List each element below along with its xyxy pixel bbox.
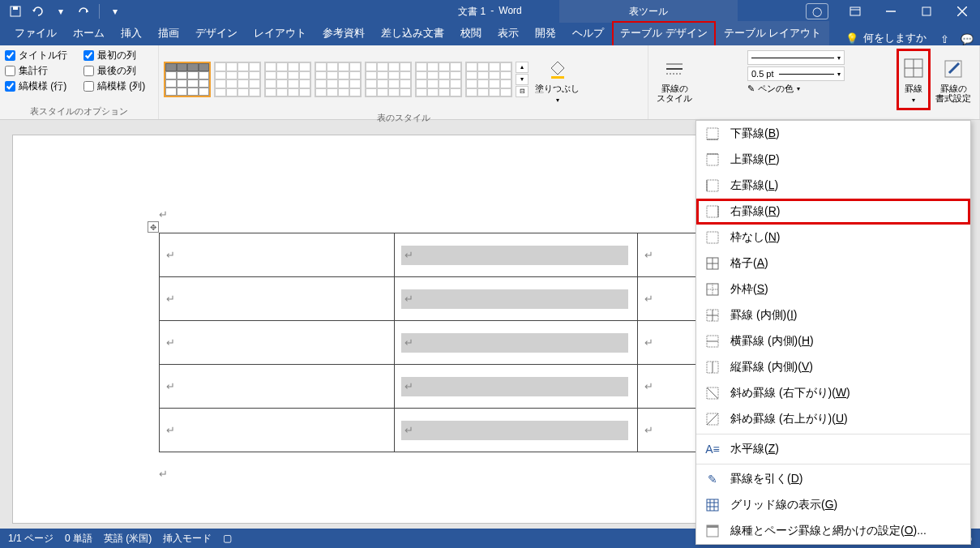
border-left-icon bbox=[704, 178, 721, 194]
group-borders: 罫線の スタイル ▾ 0.5 pt▾ ✎ペンの色▾ 罫線▾ 罫線の 書式設定 bbox=[648, 45, 980, 119]
pen-style-select[interactable]: ▾ bbox=[747, 50, 845, 65]
chk-total-row[interactable]: 集計行 bbox=[5, 64, 75, 78]
contextual-tab-label: 表ツール bbox=[559, 0, 738, 23]
undo-button[interactable] bbox=[28, 2, 49, 21]
close-button[interactable] bbox=[944, 0, 980, 23]
style-thumb-7[interactable] bbox=[465, 62, 512, 97]
insert-mode[interactable]: 挿入モード bbox=[163, 532, 212, 546]
language[interactable]: 英語 (米国) bbox=[104, 532, 152, 546]
menu-horizontal-line[interactable]: A≡水平線(Z) bbox=[696, 436, 970, 462]
svg-rect-22 bbox=[707, 206, 718, 217]
pen-color-button[interactable]: ✎ペンの色▾ bbox=[747, 83, 845, 95]
svg-rect-48 bbox=[707, 525, 718, 528]
table-move-handle[interactable]: ✥ bbox=[148, 221, 159, 233]
borders-dropdown-menu: 下罫線(B) 上罫線(P) 左罫線(L) 右罫線(R) 枠なし(N) 格子(A)… bbox=[695, 120, 971, 545]
menu-border-left[interactable]: 左罫線(L) bbox=[696, 173, 970, 199]
style-thumb-2[interactable] bbox=[214, 62, 261, 97]
tab-developer[interactable]: 開発 bbox=[527, 21, 564, 45]
border-none-icon bbox=[704, 229, 721, 246]
page-count[interactable]: 1/1 ページ bbox=[8, 532, 53, 546]
table-row: ↵↵↵ bbox=[160, 321, 735, 365]
tab-view[interactable]: 表示 bbox=[490, 21, 527, 45]
menu-border-inside-h[interactable]: 横罫線 (内側)(H) bbox=[696, 328, 970, 354]
menu-draw-table[interactable]: ✎罫線を引く(D) bbox=[696, 466, 970, 492]
document-table[interactable]: ↵↵↵ ↵↵↵ ↵↵↵ ↵↵↵ ↵↵↵ bbox=[159, 233, 735, 452]
table-row: ↵↵↵ bbox=[160, 409, 735, 452]
chk-last-column[interactable]: 最後の列 bbox=[83, 64, 153, 78]
menu-border-bottom[interactable]: 下罫線(B) bbox=[696, 121, 970, 147]
style-thumb-5[interactable] bbox=[365, 62, 412, 97]
pen-weight-select[interactable]: 0.5 pt▾ bbox=[747, 66, 845, 81]
gallery-more[interactable]: ▴▾⊟ bbox=[516, 62, 529, 97]
menu-border-all[interactable]: 格子(A) bbox=[696, 250, 970, 276]
svg-rect-16 bbox=[707, 128, 718, 139]
save-button[interactable] bbox=[5, 2, 26, 21]
border-painter-button[interactable]: 罫線の 書式設定 bbox=[932, 49, 974, 110]
svg-line-39 bbox=[707, 387, 718, 399]
style-thumb-6[interactable] bbox=[415, 62, 462, 97]
group-label: 表スタイルのオプション bbox=[5, 104, 153, 118]
menu-border-right[interactable]: 右罫線(R) bbox=[696, 199, 970, 225]
menu-border-diag-up[interactable]: 斜め罫線 (右上がり)(U) bbox=[696, 406, 970, 432]
paragraph-mark: ↵ bbox=[159, 468, 168, 480]
tab-review[interactable]: 校閲 bbox=[452, 21, 490, 45]
group-table-styles: ▴▾⊟ 塗りつぶし▾ 表のスタイル bbox=[159, 45, 648, 119]
tab-references[interactable]: 参考資料 bbox=[315, 21, 373, 45]
ribbon-tabs: ファイル ホーム 挿入 描画 デザイン レイアウト 参考資料 差し込み文書 校閲… bbox=[0, 23, 980, 45]
menu-border-none[interactable]: 枠なし(N) bbox=[696, 225, 970, 250]
border-painter-icon bbox=[940, 56, 966, 82]
table-styles-gallery[interactable]: ▴▾⊟ 塗りつぶし▾ bbox=[164, 49, 643, 110]
menu-borders-dialog[interactable]: 線種とページ罫線と網かけの設定(O)... bbox=[696, 518, 970, 544]
chk-first-column[interactable]: 最初の列 bbox=[83, 49, 153, 62]
redo-button[interactable] bbox=[73, 2, 94, 21]
border-styles-button[interactable]: 罫線の スタイル bbox=[653, 49, 695, 110]
tab-table-layout[interactable]: テーブル レイアウト bbox=[716, 21, 830, 45]
ribbon-display-options[interactable] bbox=[837, 0, 873, 23]
style-thumb-3[interactable] bbox=[264, 62, 311, 97]
word-count[interactable]: 0 単語 bbox=[65, 532, 92, 546]
style-thumb-4[interactable] bbox=[315, 62, 362, 97]
menu-view-gridlines[interactable]: グリッド線の表示(G) bbox=[696, 492, 970, 518]
paint-bucket-icon bbox=[545, 55, 571, 81]
svg-rect-20 bbox=[707, 180, 718, 191]
maximize-button[interactable] bbox=[909, 0, 944, 23]
pencil-icon: ✎ bbox=[704, 471, 721, 487]
borders-icon bbox=[901, 55, 927, 81]
tab-draw[interactable]: 描画 bbox=[150, 21, 187, 45]
macro-recording-icon[interactable]: ▢ bbox=[223, 533, 232, 544]
menu-border-inside[interactable]: 罫線 (内側)(I) bbox=[696, 302, 970, 328]
chk-banded-cols[interactable]: 縞模様 (列) bbox=[83, 79, 153, 93]
tab-mailings[interactable]: 差し込み文書 bbox=[373, 21, 452, 45]
svg-rect-18 bbox=[707, 154, 718, 165]
tab-help[interactable]: ヘルプ bbox=[564, 21, 612, 45]
menu-border-outside[interactable]: 外枠(S) bbox=[696, 276, 970, 302]
chk-banded-rows[interactable]: 縞模様 (行) bbox=[5, 79, 75, 93]
menu-border-top[interactable]: 上罫線(P) bbox=[696, 147, 970, 173]
undo-dropdown[interactable]: ▾ bbox=[50, 2, 71, 21]
chk-header-row[interactable]: タイトル行 bbox=[5, 49, 75, 62]
svg-rect-8 bbox=[551, 76, 564, 79]
table-row: ↵↵↵ bbox=[160, 365, 735, 409]
account-button[interactable]: ◯ bbox=[802, 0, 837, 23]
tab-layout[interactable]: レイアウト bbox=[246, 21, 315, 45]
tab-insert[interactable]: 挿入 bbox=[113, 21, 150, 45]
qat-customize[interactable]: ▾ bbox=[105, 2, 126, 21]
tab-file[interactable]: ファイル bbox=[6, 21, 65, 45]
menu-border-diag-down[interactable]: 斜め罫線 (右下がり)(W) bbox=[696, 380, 970, 406]
tab-home[interactable]: ホーム bbox=[65, 21, 113, 45]
menu-border-inside-v[interactable]: 縦罫線 (内側)(V) bbox=[696, 354, 970, 380]
style-thumb-1[interactable] bbox=[164, 62, 211, 97]
tab-table-design[interactable]: テーブル デザイン bbox=[612, 21, 716, 45]
comments-button[interactable]: 💬 bbox=[961, 33, 974, 45]
minimize-button[interactable] bbox=[873, 0, 909, 23]
tellme-search[interactable]: 💡 何をしますか bbox=[845, 31, 927, 45]
shading-button[interactable]: 塗りつぶし▾ bbox=[532, 49, 583, 110]
document-title: 文書 1-Word bbox=[458, 5, 521, 19]
border-right-icon bbox=[704, 203, 721, 220]
border-styles-icon bbox=[661, 56, 687, 82]
share-button[interactable]: ⇧ bbox=[940, 33, 949, 45]
tab-design[interactable]: デザイン bbox=[187, 21, 246, 45]
svg-rect-1 bbox=[13, 6, 18, 10]
border-outside-icon bbox=[704, 281, 721, 298]
borders-button[interactable]: 罫線▾ bbox=[897, 49, 931, 110]
